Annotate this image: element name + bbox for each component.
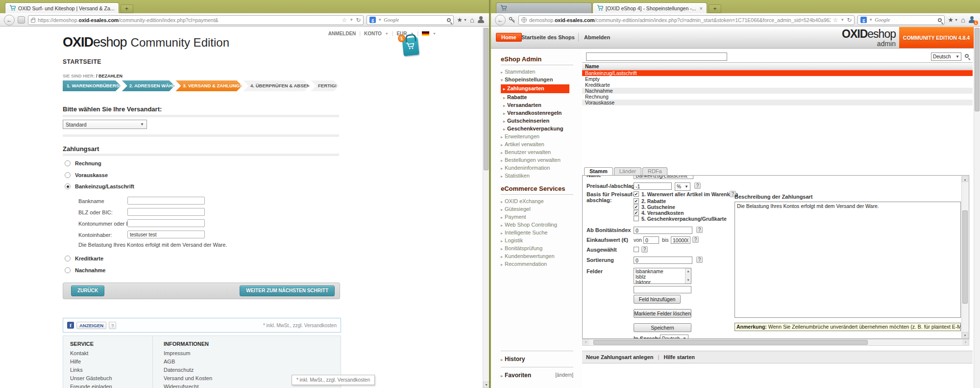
basis-checkbox-4[interactable] <box>634 210 639 215</box>
back-button[interactable]: ← <box>4 15 15 26</box>
footer-link[interactable]: Hilfe <box>70 359 152 364</box>
tab-background[interactable] <box>496 2 592 13</box>
payment-option-vorauskasse[interactable]: Vorauskasse <box>65 172 108 178</box>
profile-icon[interactable] <box>477 16 485 24</box>
help-icon[interactable]: ? <box>641 246 648 253</box>
help-icon[interactable]: ? <box>692 236 699 243</box>
footer-link[interactable]: Impressum <box>164 350 299 356</box>
list-language-select[interactable]: Deutsch▼ <box>931 52 961 61</box>
home-button[interactable]: ⌂ <box>961 16 965 24</box>
list-search-input[interactable] <box>586 52 727 61</box>
tab-laender[interactable]: Länder <box>614 167 641 175</box>
footer-link[interactable]: Versand und Kosten <box>164 375 299 381</box>
price-input[interactable] <box>634 182 672 190</box>
bookmarks-menu-button[interactable]: ★▼ <box>457 16 467 24</box>
tab-admin[interactable]: [OXID eShop 4] - Shopeinstellungen -... … <box>592 2 707 13</box>
sidebar-item-kundenbewertungen[interactable]: ▸Kundenbewertungen <box>501 253 582 260</box>
sort-input[interactable] <box>634 257 692 264</box>
basis-checkbox-2[interactable] <box>634 198 639 204</box>
scrollbar-thumb[interactable] <box>962 210 968 304</box>
page-info-icon[interactable] <box>18 16 25 24</box>
footer-link[interactable]: Datenschutz <box>164 367 299 373</box>
payment-option-bankeinzug[interactable]: Bankeinzug/Lastschrift <box>65 183 134 189</box>
footer-link[interactable]: Unser Gästebuch <box>70 375 152 381</box>
minibasket-icon[interactable]: 1 <box>402 37 419 56</box>
footer-link[interactable]: AGB <box>164 359 299 364</box>
help-icon[interactable]: ? <box>696 227 703 233</box>
sidebar-item-webshop-controlling[interactable]: ▸Web Shop Controlling <box>501 221 582 229</box>
tab-rdfa[interactable]: RDFa <box>642 167 667 175</box>
sidebar-item-gutscheinserien[interactable]: ▸Gutscheinserien <box>501 117 582 125</box>
form-scrollbar[interactable]: ▲ ▼ <box>961 176 968 338</box>
scroll-down-icon[interactable]: ▼ <box>483 382 489 388</box>
url-dropdown-icon[interactable]: ▼ <box>840 18 844 22</box>
reload-icon[interactable]: ↻ <box>847 17 852 24</box>
sidebar-item-statistiken[interactable]: ▸Statistiken <box>501 172 582 180</box>
sidebar-item-oxid-exchange[interactable]: ▸OXID eXchange <box>501 198 582 206</box>
basis-checkbox-3[interactable] <box>634 204 639 209</box>
reload-icon[interactable]: ↻ <box>356 17 361 24</box>
bookmark-star-icon[interactable]: ☆ <box>833 17 838 24</box>
radio-icon[interactable] <box>65 172 71 178</box>
shop-logo[interactable]: OXIDeshopCommunity Edition <box>63 35 229 50</box>
radio-icon[interactable] <box>65 160 71 166</box>
sidebar-item-zahlungsarten[interactable]: ▸Zahlungsarten <box>501 84 569 93</box>
list-row-selected[interactable]: Bankeinzug/Lastschrift <box>582 70 973 76</box>
logout-link[interactable]: Abmelden <box>584 34 610 40</box>
close-tab-icon[interactable]: × <box>699 5 702 11</box>
footer-link[interactable]: Kontakt <box>70 350 152 356</box>
scroll-left-icon[interactable]: ‹ <box>583 339 589 345</box>
sidebar-item-geschenkverpackung[interactable]: ▸Geschenkverpackung <box>501 125 582 133</box>
radio-icon[interactable] <box>65 267 71 273</box>
bis-input[interactable] <box>671 236 690 244</box>
search-engine-dropdown-icon[interactable]: ▼ <box>869 18 873 22</box>
payment-option-nachnahme[interactable]: Nachnahme <box>65 267 105 273</box>
search-icon[interactable] <box>447 18 451 22</box>
sidebar-item-versandarten[interactable]: ▸Versandarten <box>501 102 582 109</box>
tab-stamm[interactable]: Stamm <box>584 167 613 175</box>
step-basket[interactable]: 1. WARENKORBÜBERSICHT <box>63 80 121 91</box>
search-icon[interactable] <box>938 18 942 22</box>
back-step-button[interactable]: ZURÜCK <box>71 285 104 296</box>
sidebar-item-intelligente-suche[interactable]: ▸Intelligente Suche <box>501 229 582 237</box>
url-bar[interactable]: https://demoshop.oxid-esales.com/communi… <box>28 15 364 25</box>
list-row[interactable]: Empty <box>582 76 973 82</box>
nav-startseite[interactable]: STARTSEITE <box>63 58 101 65</box>
profile-icon[interactable]: 1 <box>968 16 976 24</box>
description-textarea[interactable]: Die Belastung Ihres Kontos erfolgt mit d… <box>735 202 961 318</box>
sidebar-item-artikel-verwalten[interactable]: ▸Artikel verwalten <box>501 141 582 149</box>
footer-link[interactable]: Links <box>70 367 152 373</box>
sidebar-item-stammdaten[interactable]: ▸Stammdaten <box>501 68 582 76</box>
list-row[interactable]: Kreditkarte <box>582 82 973 88</box>
sidebar-item-payment[interactable]: ▸Payment <box>501 213 582 221</box>
blz-input[interactable] <box>127 208 205 216</box>
shipping-select[interactable]: Standard▼ <box>63 120 147 129</box>
account-link[interactable]: KONTO <box>364 31 382 36</box>
scrollbar-thumb[interactable] <box>975 28 980 111</box>
sidebar-item-kundeninformation[interactable]: ▸Kundeninformation <box>501 164 582 172</box>
bookmark-star-icon[interactable]: ☆ <box>342 17 347 24</box>
key-icon[interactable] <box>509 17 515 24</box>
list-column-header[interactable]: Name <box>582 62 973 70</box>
new-field-input[interactable] <box>634 286 691 293</box>
step-address[interactable]: 2. ADRESSEN WÄHLEN <box>122 80 175 91</box>
scrollbar-thumb[interactable] <box>593 340 868 345</box>
scroll-down-icon[interactable]: ▼ <box>962 332 968 338</box>
fields-listbox[interactable]: lsbankname lsblz lsktonr ▲▼ <box>634 268 691 284</box>
sidebar-item-versandkostenregeln[interactable]: ▸Versandkostenregeln <box>501 109 582 117</box>
footer-link[interactable]: Widerrufsrecht <box>164 384 299 388</box>
scroll-right-icon[interactable]: › <box>962 339 969 345</box>
search-bar[interactable]: g ▼ <box>367 15 454 25</box>
sidebar-item-favoriten[interactable]: ▸Favoriten[ändern] <box>501 370 573 381</box>
facebook-help-button[interactable]: ? <box>109 322 116 329</box>
list-row[interactable]: Nachnahme <box>582 88 973 94</box>
footer-link[interactable]: Freunde einladen <box>70 384 152 388</box>
new-tab-button[interactable]: + <box>121 4 133 13</box>
basis-checkbox-1[interactable] <box>634 191 639 197</box>
field-item[interactable]: lsktonr <box>636 280 684 284</box>
scrollbar-thumb[interactable] <box>484 28 489 170</box>
sidebar-item-shopeinstellungen[interactable]: ▾Shopeinstellungen <box>501 76 582 84</box>
lang-select[interactable]: Deutsch▼ <box>660 335 688 339</box>
bonitaet-input[interactable] <box>634 227 692 234</box>
sidebar-item-erweiterungen[interactable]: ▸Erweiterungen <box>501 133 582 141</box>
